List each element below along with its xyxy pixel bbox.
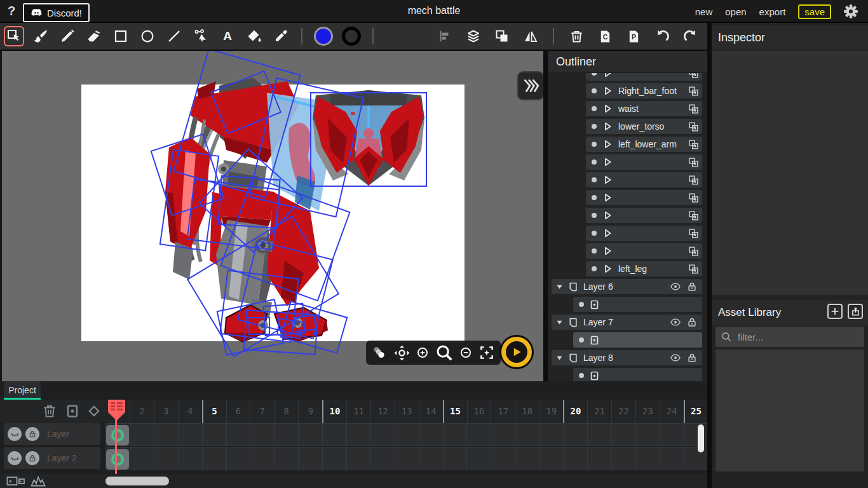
zoom-out-button[interactable] [459,346,472,359]
frame-number[interactable]: 12 [370,400,395,423]
outliner-clip-item[interactable] [586,243,702,259]
outliner-layer-item[interactable]: Layer 7 [552,315,702,330]
frame-number[interactable]: 23 [635,400,660,423]
layer-hide-button[interactable] [8,427,22,441]
ellipse-tool-button[interactable] [139,27,156,45]
panel-divider[interactable] [707,23,712,488]
layer-lock-button[interactable] [686,281,698,292]
timeline-track[interactable] [105,423,707,446]
select-tool-button[interactable] [5,27,23,45]
enter-clip-button[interactable] [688,193,699,203]
fill-color-swatch[interactable] [314,27,333,46]
outliner-frame-item[interactable] [573,332,702,348]
zoom-tool-button[interactable] [435,343,454,362]
outliner-clip-item[interactable] [586,73,702,81]
collapse-caret-icon[interactable] [555,283,564,291]
add-tween-button[interactable] [86,403,102,419]
onion-skin-range-icon[interactable] [31,475,46,487]
layer-visibility-button[interactable] [670,281,681,292]
eraser-tool-button[interactable] [85,27,103,45]
layer-hide-button[interactable] [8,451,22,465]
timeline-track[interactable] [105,447,707,470]
stroke-color-swatch[interactable] [342,27,361,46]
eyedropper-tool-button[interactable] [272,27,290,45]
frame-number[interactable]: 14 [419,400,443,423]
frame-number[interactable]: 8 [274,400,298,423]
brush-tool-button[interactable] [32,27,50,45]
pencil-tool-button[interactable] [58,27,76,45]
add-asset-button[interactable] [827,304,843,319]
layers-button[interactable] [465,27,482,45]
enter-clip-button[interactable] [688,228,699,239]
enter-clip-button[interactable] [688,175,699,186]
align-button[interactable] [436,27,454,45]
frame-number[interactable]: 21 [587,400,611,423]
new-button[interactable]: new [695,6,713,17]
frame-number[interactable]: 20 [563,400,587,423]
outliner-clip-item[interactable] [586,208,702,223]
outliner-clip-item[interactable] [586,226,702,241]
outliner-clip-item[interactable] [586,154,702,170]
frame-number[interactable]: 7 [250,400,274,423]
layer-visibility-button[interactable] [670,352,681,363]
frame-number[interactable]: 11 [346,400,370,423]
zoom-in-button[interactable] [416,346,429,359]
frame-number[interactable]: 25 [684,400,707,423]
layer-visibility-button[interactable] [670,316,681,328]
rectangle-tool-button[interactable] [112,27,130,45]
canvas-area[interactable] [0,51,543,381]
frame-number[interactable]: 16 [467,400,491,423]
timeline-horizontal-scrollbar[interactable] [105,477,169,485]
undo-button[interactable] [653,27,671,45]
frame-number[interactable]: 9 [298,400,322,423]
outliner-frame-item[interactable] [573,368,702,381]
frame-number[interactable]: 6 [226,400,250,423]
outliner-clip-item[interactable]: Right_bar_foot [586,83,702,98]
outliner-frame-item[interactable] [573,297,702,312]
play-button[interactable] [499,335,534,369]
frame-number[interactable]: 3 [154,400,178,423]
keyframe-cell[interactable] [106,425,129,445]
enter-clip-button[interactable] [688,210,699,221]
fill-bucket-tool-button[interactable] [245,27,263,45]
panel-divider[interactable] [543,51,548,381]
open-button[interactable]: open [725,6,746,17]
enter-clip-button[interactable] [688,121,699,132]
asset-library-list[interactable] [715,349,864,471]
keyframe-cell[interactable] [106,449,129,470]
fit-to-screen-button[interactable] [478,344,495,361]
enter-clip-button[interactable] [688,157,699,168]
frame-number[interactable]: 2 [130,400,154,423]
frame-number[interactable]: 19 [539,400,563,423]
asset-filter-input[interactable] [736,331,853,343]
redo-button[interactable] [682,27,700,45]
copy-button[interactable]: C [596,27,614,45]
enter-clip-button[interactable] [688,264,699,274]
frame-number[interactable]: 10 [322,400,346,423]
layer-lock-button[interactable] [25,427,39,441]
frame-number[interactable]: 15 [443,400,467,423]
save-button[interactable]: save [798,4,831,19]
add-frame-button[interactable] [65,403,80,419]
outliner-layer-item[interactable]: Layer 8 [552,350,702,365]
frame-number[interactable]: 24 [660,400,684,423]
frame-number[interactable]: 18 [515,400,539,423]
outliner-clip-item[interactable]: left_lower_arm [586,137,702,152]
timeline-layer-label[interactable]: Layer [4,423,100,445]
timeline-vertical-scrollbar[interactable] [698,424,704,452]
outliner-clip-item[interactable]: lower_torso [586,119,702,134]
frame-number[interactable]: 22 [611,400,635,423]
path-cursor-tool-button[interactable] [192,27,210,45]
enter-clip-button[interactable] [688,86,699,97]
frame-number[interactable]: 4 [178,400,202,423]
canvas-artwork[interactable] [0,51,543,381]
frame-number[interactable]: 5 [202,400,226,423]
expand-panel-button[interactable] [517,71,543,100]
frame-number[interactable]: 17 [491,400,515,423]
settings-gear-icon[interactable] [843,3,859,20]
delete-frame-button[interactable] [42,403,57,419]
text-tool-button[interactable]: A [219,27,236,45]
enter-clip-button[interactable] [688,73,699,79]
collapse-caret-icon[interactable] [555,318,564,327]
export-button[interactable]: export [759,6,786,17]
